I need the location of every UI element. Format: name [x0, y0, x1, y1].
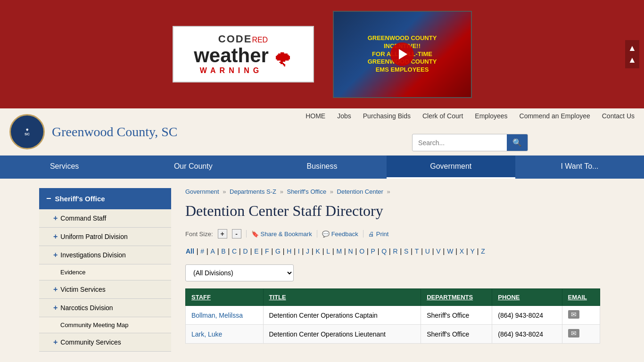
- filter-W[interactable]: W: [447, 247, 453, 255]
- filter-J[interactable]: J: [306, 247, 309, 255]
- filter-U[interactable]: U: [425, 247, 430, 255]
- col-staff[interactable]: STAFF: [186, 289, 264, 306]
- col-phone[interactable]: PHONE: [492, 289, 562, 306]
- sidebar-header: − Sheriff's Office: [39, 188, 171, 209]
- breadcrumb-sep: »: [223, 188, 228, 195]
- staff-name-link[interactable]: Bollman, Melilssa: [191, 312, 243, 319]
- filter-M[interactable]: M: [336, 247, 342, 255]
- play-button[interactable]: [390, 42, 414, 66]
- table-row: Lark, Luke Detention Center Operations L…: [186, 325, 600, 344]
- sidebar-item-investigations[interactable]: + Investigations Division: [39, 246, 171, 264]
- sort-staff[interactable]: STAFF: [191, 294, 211, 301]
- font-increase-button[interactable]: +: [218, 229, 227, 239]
- filter-L[interactable]: L: [326, 247, 330, 255]
- staff-name-link[interactable]: Lark, Luke: [191, 330, 222, 338]
- breadcrumb-government[interactable]: Government: [185, 188, 219, 195]
- sidebar-item-command-staff[interactable]: + Command Staff: [39, 209, 171, 228]
- cell-email: [562, 306, 600, 325]
- sort-phone[interactable]: PHONE: [498, 294, 520, 301]
- share-bookmark-link[interactable]: 🔖 Share & Bookmark: [251, 230, 312, 238]
- table-header-row: STAFF TITLE DEPARTMENTS PHONE EMAIL: [186, 289, 600, 306]
- sidebar-item-victim-services[interactable]: + Victim Services: [39, 280, 171, 299]
- division-select[interactable]: (All Divisions): [185, 264, 294, 281]
- scroll-to-top[interactable]: ▲ ▲: [625, 40, 639, 68]
- filter-E[interactable]: E: [254, 247, 258, 255]
- nav-contact-us[interactable]: Contact Us: [602, 112, 635, 120]
- breadcrumb-departments[interactable]: Departments S-Z: [230, 188, 276, 195]
- code-red-banner[interactable]: CODERED weather WARNING 🌪: [173, 26, 314, 82]
- nav-purchasing-bids[interactable]: Purchasing Bids: [363, 112, 411, 120]
- filter-N[interactable]: N: [348, 247, 353, 255]
- breadcrumb-sep: »: [280, 188, 285, 195]
- filter-hash[interactable]: #: [200, 247, 204, 255]
- site-title: Greenwood County, SC: [52, 124, 178, 140]
- nav-business[interactable]: Business: [257, 156, 386, 179]
- expand-icon: +: [53, 251, 58, 259]
- weather-text: weather: [194, 45, 269, 66]
- nav-i-want-to[interactable]: I Want To...: [515, 156, 644, 179]
- nav-links: HOME Jobs Purchasing Bids Clerk of Court…: [305, 112, 635, 120]
- nav-jobs[interactable]: Jobs: [337, 112, 351, 120]
- nav-employees[interactable]: Employees: [475, 112, 507, 120]
- collapse-icon[interactable]: −: [46, 194, 51, 204]
- breadcrumb-sep: »: [387, 188, 390, 195]
- main-nav: Services Our County Business Government …: [0, 156, 644, 179]
- cell-department: Sheriff's Office: [421, 325, 492, 344]
- filter-X[interactable]: X: [460, 247, 464, 255]
- search-button[interactable]: 🔍: [507, 134, 528, 151]
- code-text: CODE: [218, 33, 252, 45]
- feedback-link[interactable]: 💬 Feedback: [322, 230, 358, 238]
- sort-email[interactable]: EMAIL: [568, 294, 587, 301]
- filter-D[interactable]: D: [243, 247, 248, 255]
- sidebar-item-community-services[interactable]: + Community Services: [39, 333, 171, 352]
- col-title[interactable]: TITLE: [263, 289, 421, 306]
- sort-title[interactable]: TITLE: [269, 294, 286, 301]
- sidebar-item-narcotics[interactable]: + Narcotics Division: [39, 299, 171, 317]
- nav-commend-employee[interactable]: Commend an Employee: [520, 112, 590, 120]
- filter-R[interactable]: R: [393, 247, 398, 255]
- filter-K[interactable]: K: [316, 247, 320, 255]
- col-email[interactable]: EMAIL: [562, 289, 600, 306]
- filter-O[interactable]: O: [359, 247, 364, 255]
- divider: [246, 230, 247, 238]
- filter-sep: |: [197, 247, 200, 255]
- filter-S[interactable]: S: [404, 247, 408, 255]
- nav-services[interactable]: Services: [0, 156, 129, 179]
- filter-F[interactable]: F: [265, 247, 269, 255]
- filter-Z[interactable]: Z: [481, 247, 485, 255]
- filter-V[interactable]: V: [436, 247, 440, 255]
- filter-H[interactable]: H: [287, 247, 291, 255]
- filter-all[interactable]: All: [186, 247, 194, 255]
- sidebar-item-evidence[interactable]: Evidence: [39, 264, 171, 280]
- sidebar-item-community-meeting-map[interactable]: Community Meeting Map: [39, 317, 171, 333]
- expand-icon: +: [53, 285, 58, 294]
- search-input[interactable]: [413, 135, 507, 150]
- filter-A[interactable]: A: [211, 247, 215, 255]
- breadcrumb-sheriffs-office[interactable]: Sheriff's Office: [287, 188, 326, 195]
- sidebar-label: Evidence: [60, 269, 85, 276]
- email-icon[interactable]: [568, 310, 579, 319]
- sort-departments[interactable]: DEPARTMENTS: [427, 294, 473, 301]
- nav-home[interactable]: HOME: [305, 112, 325, 120]
- font-decrease-button[interactable]: -: [232, 229, 241, 239]
- col-departments[interactable]: DEPARTMENTS: [421, 289, 492, 306]
- video-banner[interactable]: Greenwood County INCENTIVE!! FOR ALL FUL…: [333, 11, 472, 98]
- nav-government[interactable]: Government: [387, 156, 515, 179]
- email-icon[interactable]: [568, 329, 579, 337]
- sidebar-item-uniform-patrol[interactable]: + Uniform Patrol Division: [39, 228, 171, 246]
- main-content: − Sheriff's Office + Command Staff + Uni…: [39, 179, 605, 361]
- filter-B[interactable]: B: [221, 247, 225, 255]
- filter-G[interactable]: G: [275, 247, 281, 255]
- print-link[interactable]: 🖨 Print: [368, 230, 389, 238]
- filter-Q[interactable]: Q: [381, 247, 387, 255]
- filter-C[interactable]: C: [232, 247, 237, 255]
- expand-icon: +: [53, 214, 58, 222]
- top-banner: CODERED weather WARNING 🌪 Greenwood Coun…: [0, 0, 644, 108]
- filter-I[interactable]: I: [298, 247, 300, 255]
- filter-P[interactable]: P: [371, 247, 375, 255]
- nav-clerk-of-court[interactable]: Clerk of Court: [422, 112, 463, 120]
- nav-our-county[interactable]: Our County: [129, 156, 257, 179]
- filter-Y[interactable]: Y: [471, 247, 475, 255]
- filter-T[interactable]: T: [415, 247, 419, 255]
- breadcrumb-detention-center[interactable]: Detention Center: [337, 188, 383, 195]
